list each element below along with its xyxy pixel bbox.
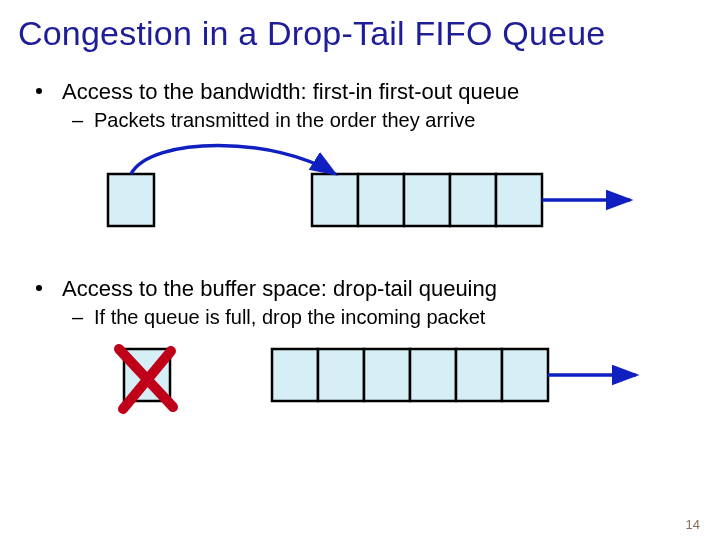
svg-rect-5: [496, 174, 542, 226]
bullet-bandwidth-text: Access to the bandwidth: first-in first-…: [62, 79, 519, 104]
droptail-svg: [0, 335, 720, 435]
svg-rect-2: [358, 174, 404, 226]
svg-rect-8: [272, 349, 318, 401]
dash-icon: –: [72, 109, 83, 132]
page-title: Congestion in a Drop-Tail FIFO Queue: [0, 0, 720, 61]
svg-rect-12: [456, 349, 502, 401]
diagram-droptail: [0, 335, 720, 435]
subbullet-packets-order: – Packets transmitted in the order they …: [72, 109, 720, 132]
bullet-dot-icon: [36, 88, 42, 94]
svg-rect-9: [318, 349, 364, 401]
svg-rect-1: [312, 174, 358, 226]
bullet-buffer-text: Access to the buffer space: drop-tail qu…: [62, 276, 497, 301]
svg-rect-0: [108, 174, 154, 226]
bullet-bandwidth: Access to the bandwidth: first-in first-…: [36, 79, 720, 105]
page-number: 14: [686, 517, 700, 532]
svg-rect-4: [450, 174, 496, 226]
subbullet-drop-incoming-text: If the queue is full, drop the incoming …: [94, 306, 485, 328]
svg-rect-13: [502, 349, 548, 401]
fifo-svg: [0, 138, 720, 258]
bullet-dot-icon: [36, 285, 42, 291]
bullet-buffer: Access to the buffer space: drop-tail qu…: [36, 276, 720, 302]
subbullet-packets-order-text: Packets transmitted in the order they ar…: [94, 109, 475, 131]
subbullet-drop-incoming: – If the queue is full, drop the incomin…: [72, 306, 720, 329]
diagram-fifo: [0, 138, 720, 258]
svg-rect-11: [410, 349, 456, 401]
svg-rect-10: [364, 349, 410, 401]
svg-rect-3: [404, 174, 450, 226]
dash-icon: –: [72, 306, 83, 329]
